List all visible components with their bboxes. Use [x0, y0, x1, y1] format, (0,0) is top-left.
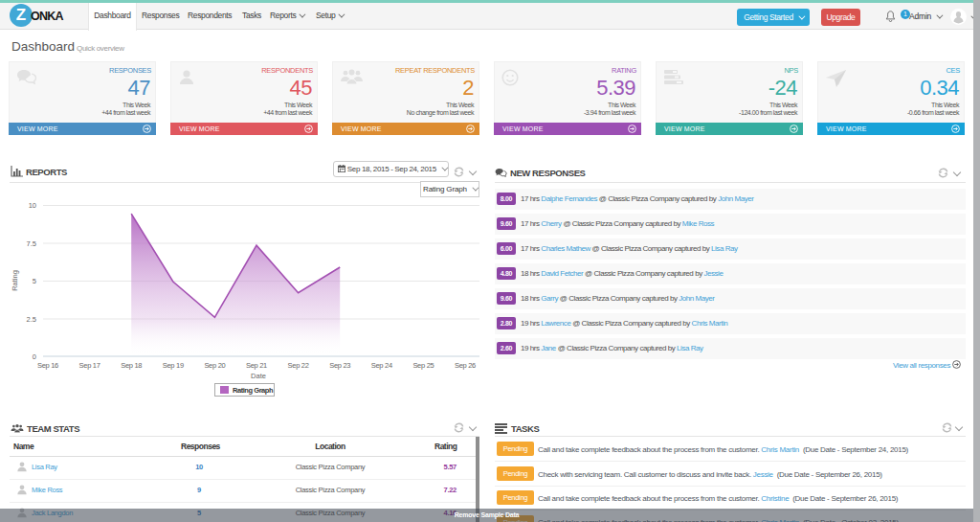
svg-text:Sep 17: Sep 17: [79, 361, 100, 370]
svg-text:10: 10: [29, 201, 36, 210]
svg-text:Sep 20: Sep 20: [204, 361, 225, 370]
svg-text:Sep 23: Sep 23: [329, 361, 350, 370]
svg-text:Sep 24: Sep 24: [371, 361, 392, 370]
svg-text:Sep 16: Sep 16: [37, 361, 58, 370]
svg-text:5: 5: [33, 277, 36, 285]
svg-text:Date: Date: [251, 372, 266, 380]
svg-text:Sep 18: Sep 18: [121, 361, 142, 370]
svg-text:Sep 21: Sep 21: [246, 361, 267, 370]
svg-text:0: 0: [33, 352, 36, 361]
svg-text:Rating: Rating: [11, 270, 19, 291]
svg-text:7.5: 7.5: [27, 239, 36, 248]
svg-text:Sep 26: Sep 26: [455, 361, 476, 370]
svg-text:2.5: 2.5: [27, 315, 36, 324]
svg-text:Sep 22: Sep 22: [288, 361, 309, 370]
svg-text:Sep 25: Sep 25: [412, 361, 434, 370]
svg-text:Sep 19: Sep 19: [163, 361, 184, 370]
